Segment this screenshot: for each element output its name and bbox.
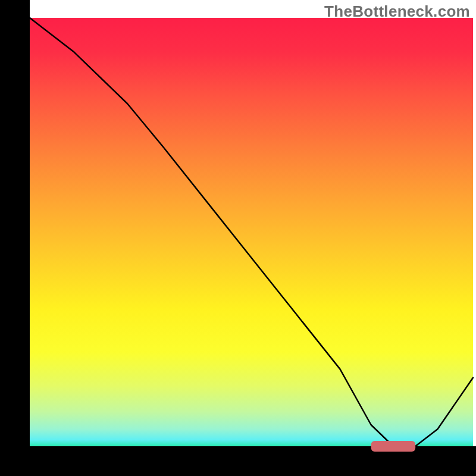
chart-container [0,0,476,476]
plot-background-gradient [30,18,473,446]
bottleneck-chart [0,0,476,476]
y-axis [0,0,30,476]
page-root: TheBottleneck.com [0,0,476,476]
baseline-marker [371,441,416,452]
